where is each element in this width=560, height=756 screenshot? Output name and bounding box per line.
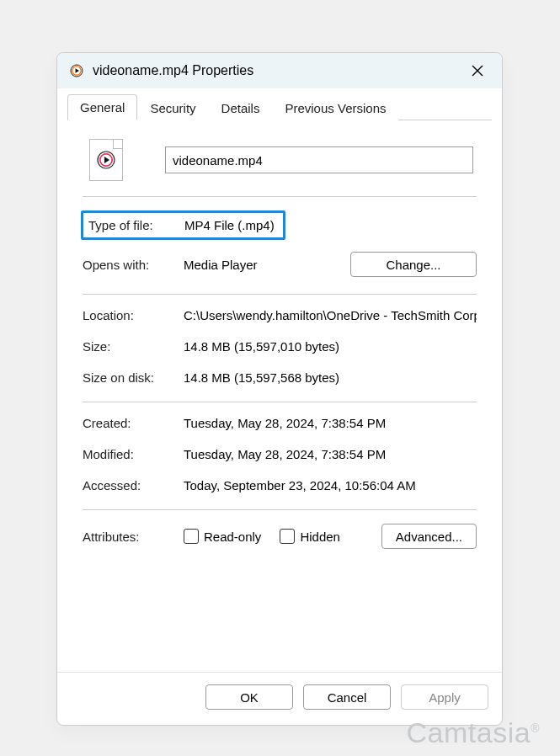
modified-row: Modified: Tuesday, May 28, 2024, 7:38:54… [83, 447, 477, 461]
tab-previous-versions[interactable]: Previous Versions [272, 95, 398, 120]
tab-security[interactable]: Security [137, 95, 208, 120]
created-label: Created: [83, 416, 184, 430]
advanced-button[interactable]: Advanced... [381, 524, 477, 549]
size-label: Size: [83, 339, 184, 354]
cancel-button[interactable]: Cancel [303, 684, 391, 710]
filename-input[interactable] [165, 146, 473, 173]
ok-button[interactable]: OK [205, 684, 293, 710]
attributes-row: Attributes: Read-only Hidden Advanced... [83, 524, 477, 549]
close-icon [472, 65, 483, 77]
separator [83, 294, 477, 295]
size-row: Size: 14.8 MB (15,597,010 bytes) [83, 339, 477, 354]
tab-panel-general: Type of file: MP4 File (.mp4) Opens with… [67, 120, 492, 672]
tabstrip: General Security Details Previous Versio… [57, 88, 502, 120]
size-on-disk-value: 14.8 MB (15,597,568 bytes) [184, 370, 477, 385]
readonly-checkbox[interactable]: Read-only [184, 529, 261, 544]
separator [83, 402, 477, 402]
size-on-disk-row: Size on disk: 14.8 MB (15,597,568 bytes) [83, 370, 477, 385]
accessed-row: Accessed: Today, September 23, 2024, 10:… [83, 478, 477, 492]
window-title: videoname.mp4 Properties [93, 63, 463, 78]
modified-label: Modified: [83, 447, 184, 461]
spacer [76, 571, 483, 663]
tab-general[interactable]: General [67, 94, 137, 120]
checkbox-icon [280, 529, 295, 544]
file-video-icon [69, 63, 84, 78]
checkbox-icon [184, 529, 199, 544]
readonly-label: Read-only [204, 530, 261, 544]
size-on-disk-label: Size on disk: [83, 370, 184, 385]
file-icon [89, 139, 123, 181]
watermark: Camtasia® [407, 716, 540, 749]
hidden-label: Hidden [300, 530, 340, 544]
opens-with-row: Opens with: Media Player Change... [83, 252, 477, 277]
close-button[interactable] [463, 60, 492, 82]
tab-details[interactable]: Details [209, 95, 273, 120]
accessed-value: Today, September 23, 2024, 10:56:04 AM [184, 478, 477, 492]
modified-value: Tuesday, May 28, 2024, 7:38:54 PM [184, 447, 477, 461]
hidden-checkbox[interactable]: Hidden [280, 529, 340, 544]
properties-dialog: videoname.mp4 Properties General Securit… [56, 52, 503, 726]
apply-button[interactable]: Apply [401, 684, 488, 710]
change-button[interactable]: Change... [350, 252, 477, 277]
attributes-label: Attributes: [83, 530, 184, 544]
created-value: Tuesday, May 28, 2024, 7:38:54 PM [184, 416, 477, 430]
type-of-file-value: MP4 File (.mp4) [184, 218, 275, 232]
size-value: 14.8 MB (15,597,010 bytes) [184, 339, 477, 354]
type-of-file-label: Type of file: [88, 218, 184, 232]
location-value: C:\Users\wendy.hamilton\OneDrive - TechS… [184, 308, 477, 322]
opens-with-label: Opens with: [83, 258, 184, 272]
location-row: Location: C:\Users\wendy.hamilton\OneDri… [83, 308, 477, 322]
opens-with-value: Media Player [184, 258, 350, 272]
filename-row [83, 139, 477, 181]
separator [83, 196, 477, 197]
registered-icon: ® [531, 721, 540, 735]
titlebar: videoname.mp4 Properties [57, 53, 502, 88]
created-row: Created: Tuesday, May 28, 2024, 7:38:54 … [83, 416, 477, 430]
filetype-highlight: Type of file: MP4 File (.mp4) [81, 210, 285, 240]
separator [83, 509, 477, 510]
accessed-label: Accessed: [83, 478, 184, 492]
play-video-icon [97, 151, 115, 169]
location-label: Location: [83, 308, 184, 322]
